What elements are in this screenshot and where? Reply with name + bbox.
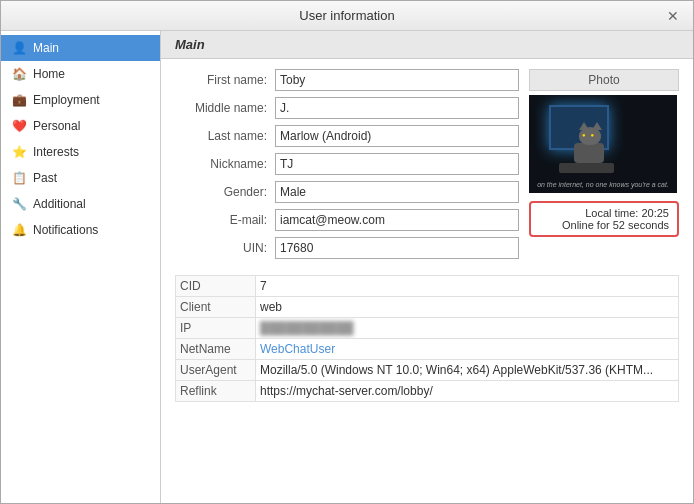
form-label-2: Last name: [175,129,275,143]
sidebar: 👤Main🏠Home💼Employment❤️Personal⭐Interest… [1,31,161,503]
table-row: IP███████████ [176,318,679,339]
form-input-3[interactable] [275,153,519,175]
sidebar-item-home[interactable]: 🏠Home [1,61,160,87]
sidebar-item-personal[interactable]: ❤️Personal [1,113,160,139]
panel-title: Main [161,31,693,59]
form-label-6: UIN: [175,241,275,255]
sidebar-label-home: Home [33,67,65,81]
status-line2: Online for 52 seconds [539,219,669,231]
form-input-5[interactable] [275,209,519,231]
info-value-4: Mozilla/5.0 (Windows NT 10.0; Win64; x64… [256,360,679,381]
home-icon: 🏠 [11,66,27,82]
form-row: First name: [175,69,519,91]
cat-body [574,143,604,163]
form-label-0: First name: [175,73,275,87]
table-row: NetNameWebChatUser [176,339,679,360]
sidebar-label-interests: Interests [33,145,79,159]
close-button[interactable]: ✕ [663,9,683,23]
form-input-2[interactable] [275,125,519,147]
info-value-3: WebChatUser [256,339,679,360]
netname-value: WebChatUser [260,342,335,356]
employment-icon: 💼 [11,92,27,108]
form-input-0[interactable] [275,69,519,91]
sidebar-label-main: Main [33,41,59,55]
table-row: Clientweb [176,297,679,318]
form-row: Gender: [175,181,519,203]
cat-ear-right [592,122,602,130]
sidebar-label-notifications: Notifications [33,223,98,237]
keyboard [559,163,614,173]
sidebar-item-notifications[interactable]: 🔔Notifications [1,217,160,243]
notifications-icon: 🔔 [11,222,27,238]
form-label-4: Gender: [175,185,275,199]
info-value-5: https://mychat-server.com/lobby/ [256,381,679,402]
main-icon: 👤 [11,40,27,56]
form-row: UIN: [175,237,519,259]
sidebar-label-personal: Personal [33,119,80,133]
info-key-2: IP [176,318,256,339]
form-fields: First name:Middle name:Last name:Nicknam… [175,69,519,265]
info-value-1: web [256,297,679,318]
sidebar-label-past: Past [33,171,57,185]
form-input-1[interactable] [275,97,519,119]
status-box: Local time: 20:25 Online for 52 seconds [529,201,679,237]
sidebar-item-interests[interactable]: ⭐Interests [1,139,160,165]
status-line1: Local time: 20:25 [539,207,669,219]
form-label-5: E-mail: [175,213,275,227]
user-info-window: User information ✕ 👤Main🏠Home💼Employment… [0,0,694,504]
cat-image: ●● on the internet, no one knows you're … [529,95,677,193]
info-key-5: Reflink [176,381,256,402]
personal-icon: ❤️ [11,118,27,134]
info-key-1: Client [176,297,256,318]
info-key-4: UserAgent [176,360,256,381]
form-row: E-mail: [175,209,519,231]
info-key-0: CID [176,276,256,297]
sidebar-item-main[interactable]: 👤Main [1,35,160,61]
form-label-3: Nickname: [175,157,275,171]
form-input-4[interactable] [275,181,519,203]
scene-caption: on the internet, no one knows you're a c… [531,181,675,188]
info-table: CID7ClientwebIP███████████NetNameWebChat… [175,275,679,402]
sidebar-label-employment: Employment [33,93,100,107]
form-label-1: Middle name: [175,101,275,115]
form-row: Nickname: [175,153,519,175]
photo-label: Photo [529,69,679,91]
sidebar-item-past[interactable]: 📋Past [1,165,160,191]
sidebar-item-additional[interactable]: 🔧Additional [1,191,160,217]
table-row: Reflinkhttps://mychat-server.com/lobby/ [176,381,679,402]
table-row: CID7 [176,276,679,297]
panel-body: First name:Middle name:Last name:Nicknam… [161,59,693,412]
title-bar: User information ✕ [1,1,693,31]
info-key-3: NetName [176,339,256,360]
form-row: Middle name: [175,97,519,119]
cat-eyes: ●● [582,132,599,138]
window-title: User information [31,8,663,23]
form-area: First name:Middle name:Last name:Nicknam… [175,69,679,265]
form-row: Last name: [175,125,519,147]
table-row: UserAgentMozilla/5.0 (Windows NT 10.0; W… [176,360,679,381]
info-value-2: ███████████ [256,318,679,339]
ip-value: ███████████ [260,321,354,335]
photo-area: Photo ●● on the internet, no one knows y… [529,69,679,265]
sidebar-item-employment[interactable]: 💼Employment [1,87,160,113]
info-value-0: 7 [256,276,679,297]
additional-icon: 🔧 [11,196,27,212]
content-area: 👤Main🏠Home💼Employment❤️Personal⭐Interest… [1,31,693,503]
past-icon: 📋 [11,170,27,186]
sidebar-label-additional: Additional [33,197,86,211]
interests-icon: ⭐ [11,144,27,160]
cat-ear-left [579,122,589,130]
form-input-6[interactable] [275,237,519,259]
main-panel: Main First name:Middle name:Last name:Ni… [161,31,693,503]
